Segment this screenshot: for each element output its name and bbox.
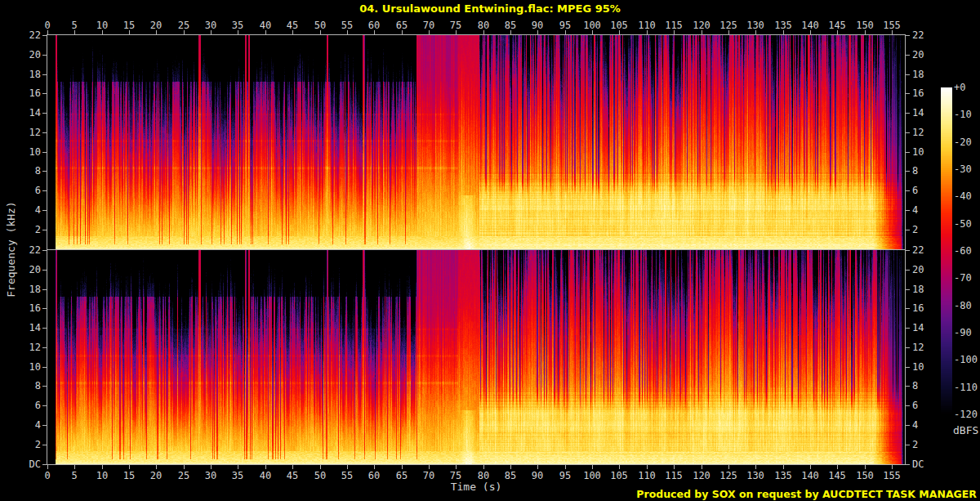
- freq-tick-label-right: 16: [912, 302, 940, 314]
- time-tick-bottom: [537, 465, 538, 469]
- time-tick-label-top: 50: [305, 20, 335, 31]
- freq-tick-label-left: 12: [16, 127, 41, 138]
- freq-tick-left: [42, 328, 47, 329]
- frame-top-line: [47, 34, 906, 35]
- freq-tick-left: [42, 93, 47, 94]
- time-tick-bottom: [184, 465, 185, 469]
- time-tick-label-top: 140: [795, 20, 825, 31]
- time-tick-bottom: [374, 465, 375, 469]
- colorbar-tick-label: -110: [954, 382, 980, 393]
- freq-tick-right: [906, 386, 910, 387]
- time-tick-bottom: [456, 465, 457, 469]
- time-tick-bottom: [238, 465, 238, 469]
- time-tick-bottom: [320, 465, 321, 469]
- freq-tick-label-right: 12: [912, 342, 940, 353]
- time-tick-label-top: 85: [496, 20, 525, 31]
- time-tick-label-top: 135: [768, 20, 798, 31]
- freq-tick-label-left: 6: [16, 185, 41, 196]
- time-tick-label-top: 120: [687, 20, 716, 31]
- colorbar: [941, 87, 952, 414]
- freq-tick-label-left: 10: [16, 146, 41, 158]
- time-tick-label-top: 80: [469, 20, 498, 31]
- freq-tick-label-left: 20: [16, 264, 41, 275]
- freq-tick-label-left: 2: [16, 224, 41, 235]
- freq-tick-left: [42, 250, 47, 251]
- freq-tick-label-right: 20: [912, 49, 940, 60]
- freq-tick-label-right: 18: [912, 284, 940, 295]
- time-tick-label-top: 95: [550, 20, 580, 31]
- freq-tick-right: [906, 347, 910, 348]
- freq-tick-left: [42, 367, 47, 368]
- freq-tick-label-right: 2: [912, 439, 940, 450]
- freq-tick-left: [42, 445, 47, 445]
- time-tick-label-bottom: 75: [441, 470, 470, 481]
- freq-tick-left: [42, 464, 47, 465]
- freq-tick-left: [42, 386, 47, 387]
- time-tick-label-bottom: 90: [523, 470, 552, 481]
- freq-tick-right: [906, 425, 910, 426]
- time-tick-label-bottom: 45: [278, 470, 307, 481]
- time-tick-bottom: [156, 465, 157, 469]
- freq-tick-right: [906, 152, 910, 153]
- time-tick-label-top: 60: [359, 20, 389, 31]
- time-tick-label-top: 20: [141, 20, 171, 31]
- freq-tick-label-left: DC: [16, 459, 41, 470]
- time-tick-label-top: 110: [632, 20, 662, 31]
- time-tick-label-bottom: 0: [33, 470, 62, 481]
- freq-tick-label-left: 2: [16, 439, 41, 450]
- freq-tick-label-left: 14: [16, 107, 41, 119]
- colorbar-tick-label: -40: [954, 190, 980, 202]
- colorbar-tick-label: -20: [954, 136, 980, 148]
- time-tick-label-bottom: 15: [114, 470, 144, 481]
- time-tick-bottom: [810, 465, 811, 469]
- freq-tick-label-right: 14: [912, 322, 940, 333]
- freq-tick-label-left: 4: [16, 204, 41, 216]
- freq-tick-label-left: 22: [16, 29, 41, 41]
- time-tick-label-bottom: 110: [632, 470, 662, 481]
- freq-tick-label-right: 6: [912, 400, 940, 411]
- time-tick-label-bottom: 60: [359, 470, 389, 481]
- colorbar-tick-label: +0: [954, 82, 980, 93]
- time-tick-label-bottom: 80: [469, 470, 498, 481]
- colorbar-tick-label: -90: [954, 327, 980, 338]
- time-tick-label-top: 90: [523, 20, 552, 31]
- time-tick-bottom: [783, 465, 784, 469]
- freq-tick-label-left: 16: [16, 87, 41, 99]
- time-tick-label-top: 115: [659, 20, 688, 31]
- freq-tick-right: [906, 93, 910, 94]
- credit-line: Produced by SOX on request by AUCDTECT T…: [636, 488, 977, 500]
- time-tick-label-top: 145: [822, 20, 852, 31]
- freq-tick-left: [42, 113, 47, 114]
- freq-tick-label-right: 16: [912, 87, 940, 99]
- freq-tick-label-right: 20: [912, 264, 940, 275]
- freq-tick-left: [42, 132, 47, 133]
- freq-tick-right: [906, 35, 910, 36]
- time-tick-label-bottom: 145: [822, 470, 852, 481]
- time-tick-label-bottom: 95: [550, 470, 580, 481]
- time-tick-bottom: [755, 465, 756, 469]
- freq-tick-right: [906, 132, 910, 133]
- freq-tick-label-left: 14: [16, 322, 41, 333]
- colorbar-unit-label: dBFS: [953, 425, 978, 436]
- frame-bottom-line: [47, 464, 906, 465]
- time-tick-label-bottom: 125: [714, 470, 743, 481]
- time-tick-label-top: 45: [278, 20, 307, 31]
- freq-tick-right: [906, 405, 910, 406]
- colorbar-tick-label: -120: [954, 409, 980, 420]
- freq-tick-left: [42, 55, 47, 56]
- time-tick-bottom: [47, 465, 48, 469]
- freq-tick-label-right: 4: [912, 419, 940, 431]
- freq-tick-right: [906, 270, 910, 271]
- colorbar-tick-label: -100: [954, 354, 980, 365]
- time-tick-bottom: [728, 465, 729, 469]
- time-tick-label-bottom: 105: [604, 470, 634, 481]
- freq-tick-left: [42, 289, 47, 290]
- time-tick-label-bottom: 135: [768, 470, 798, 481]
- time-tick-bottom: [429, 465, 430, 469]
- time-tick-label-bottom: 85: [496, 470, 525, 481]
- time-tick-label-top: 105: [604, 20, 634, 31]
- time-tick-label-top: 65: [387, 20, 416, 31]
- freq-tick-right: [906, 328, 910, 329]
- time-tick-bottom: [892, 465, 893, 469]
- freq-tick-right: [906, 367, 910, 368]
